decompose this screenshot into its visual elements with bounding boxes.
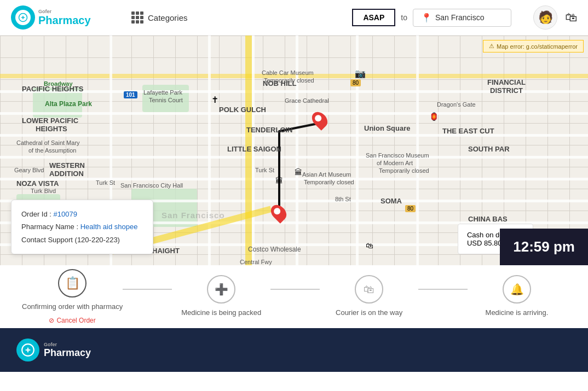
location-text: San Francisco xyxy=(435,13,484,22)
pharmacy-name-value: Health aid shopee xyxy=(80,223,138,231)
map-label-8th: 8th St xyxy=(335,196,351,202)
step-icon-courier: 🛍 xyxy=(355,275,383,304)
map-label-sf: San Francisco xyxy=(162,211,225,220)
contact-support: Contact Support (120-220-223) xyxy=(21,236,120,244)
map-label-south-par: SOUTH PAR xyxy=(468,145,510,153)
map-label-101: 101 xyxy=(124,90,137,98)
status-bar: 📋 Confirming order with pharmacy ⊘ Cance… xyxy=(0,265,588,328)
map-error-banner: ⚠ Map error: g.co/staticmaperror xyxy=(483,40,584,52)
building-icon: 🏛 xyxy=(275,176,283,185)
map-label-turk-st2: Turk St xyxy=(255,167,274,173)
map-label-east-cut: THE EAST CUT xyxy=(442,127,494,135)
map-label-lafayette: Lafayette Park xyxy=(143,89,182,96)
order-id-value: #10079 xyxy=(54,210,77,218)
map-label-asian-art-closed: Temporarily closed xyxy=(304,179,354,185)
map-label-little-saigon: LITTLE SAIGON xyxy=(227,145,281,153)
map-label-nza-vista: NOZA VISTA xyxy=(16,179,59,188)
map-label-haight: HAIGHT xyxy=(152,247,180,255)
avatar[interactable]: 🧑 xyxy=(533,5,557,30)
map-label-city-hall: San Francisco City Hall xyxy=(120,182,183,189)
logo: Gofer Pharmacy xyxy=(11,5,99,30)
step-sublabel-cancel[interactable]: ⊘ Cancel Order xyxy=(49,317,95,324)
step-label-courier: Courier is on the way xyxy=(336,308,402,318)
map-label-modern-art: of Modern Art xyxy=(377,160,413,166)
step-label-arriving: Medicine is arriving. xyxy=(486,308,549,318)
map-label-addition: ADDITION xyxy=(49,170,84,178)
map-label-costco: Costco Wholesale xyxy=(248,246,301,253)
order-id-label: Order Id : xyxy=(21,210,51,218)
map-label-dragons-gate: Dragon's Gate xyxy=(437,101,476,108)
highway-badge-80b: 80 xyxy=(405,205,416,212)
categories-button[interactable]: Categories xyxy=(131,11,188,24)
highway-badge-80: 80 xyxy=(350,79,361,86)
footer-logo-icon xyxy=(16,339,39,361)
bag-icon: 🛍 xyxy=(366,241,373,250)
museum-icon: 🏛 xyxy=(295,168,302,177)
chinese-gate-icon: 🏮 xyxy=(429,112,439,121)
map-label-cable-car-closed: Temporarily closed xyxy=(264,77,314,84)
map-label-union-square: Union Square xyxy=(364,124,411,132)
footer-logo-text: Pharmacy xyxy=(44,347,91,359)
grid-icon xyxy=(131,11,143,24)
step-confirming: 📋 Confirming order with pharmacy ⊘ Cance… xyxy=(22,269,123,324)
time-panel: 12:59 pm xyxy=(500,229,588,265)
location-selector[interactable]: 📍 San Francisco xyxy=(413,9,511,27)
map-label-cathedral: Cathedral of Saint Mary xyxy=(16,139,80,146)
map-label-grace-cathedral: Grace Cathedral xyxy=(285,97,329,104)
map-label-assumption: of the Assumption xyxy=(28,147,76,154)
location-pin-icon: 📍 xyxy=(421,13,432,23)
map-label-polk: POLK GULCH xyxy=(219,106,266,114)
step-icon-packing: ➕ xyxy=(207,275,235,304)
church-icon: ✝ xyxy=(211,95,218,105)
map-label-tennis: Tennis Court xyxy=(149,97,183,103)
to-label: to xyxy=(401,13,407,22)
map-label-china-bas: CHINA BAS xyxy=(468,215,508,223)
cart-icon[interactable]: 🛍 xyxy=(565,10,577,25)
header-center: ASAP to 📍 San Francisco xyxy=(352,9,511,27)
map-label-turk-blvd: Turk Blvd xyxy=(31,188,56,194)
map-label-financial: FINANCIAL xyxy=(487,78,526,86)
map-label-tenderloin: TENDERLOIN xyxy=(246,126,293,134)
map-background: NOB HILL POLK GULCH 101 TENDERLOIN LITTL… xyxy=(0,36,588,265)
camera-icon: 📷 xyxy=(355,68,366,79)
step-line-3 xyxy=(418,289,468,290)
info-panel: Order Id : #10079 Pharmacy Name : Health… xyxy=(11,200,153,254)
map-label-asian-art: Asian Art Museum xyxy=(302,171,351,178)
map-label-lower-pacific: LOWER PACIFIC xyxy=(22,116,78,125)
map-container: NOB HILL POLK GULCH 101 TENDERLOIN LITTL… xyxy=(0,36,588,265)
asap-button[interactable]: ASAP xyxy=(352,9,395,26)
destination-marker xyxy=(312,111,327,131)
step-courier: 🛍 Courier is on the way xyxy=(320,275,418,318)
map-label-geary: Geary Blvd xyxy=(14,167,44,173)
header-right: 🧑 🛍 xyxy=(533,5,577,30)
current-time: 12:59 pm xyxy=(513,238,575,255)
header: Gofer Pharmacy Categories ASAP to 📍 San … xyxy=(0,0,588,36)
map-label-sfmoma: San Francisco Museum xyxy=(366,152,429,159)
step-label-packing: Medicine is being packed xyxy=(181,308,261,318)
step-line-1 xyxy=(123,289,172,290)
map-error-text: Map error: g.co/staticmaperror xyxy=(497,43,578,50)
categories-label: Categories xyxy=(148,13,188,22)
step-packing: ➕ Medicine is being packed xyxy=(172,275,270,318)
map-label-alta-plaza: Alta Plaza Park xyxy=(45,100,92,108)
footer-logo: Gofer Pharmacy xyxy=(16,339,91,361)
map-label-heights: HEIGHTS xyxy=(36,125,67,133)
logo-text: Pharmacy xyxy=(38,14,91,27)
step-line-2 xyxy=(270,289,320,290)
map-label-cable-car: Cable Car Museum xyxy=(262,69,314,76)
step-icon-arriving: 🔔 xyxy=(503,275,531,304)
step-icon-confirming: 📋 xyxy=(58,269,87,297)
map-label-central-fwy: Central Fwy xyxy=(240,259,272,265)
origin-marker xyxy=(271,204,286,224)
map-label-broadway: Broadway xyxy=(44,80,73,87)
logo-icon xyxy=(11,5,35,30)
step-label-confirming: Confirming order with pharmacy xyxy=(22,302,123,312)
footer-logo-sub: Gofer xyxy=(44,342,91,347)
map-label-soma: SOMA xyxy=(381,197,402,205)
map-label-western: WESTERN xyxy=(49,161,85,170)
warning-icon: ⚠ xyxy=(489,43,494,50)
logo-sub: Gofer xyxy=(38,9,91,14)
map-label-turk-st: Turk St xyxy=(96,179,115,186)
map-label-district: DISTRICT xyxy=(490,86,523,95)
footer: Gofer Pharmacy xyxy=(0,328,588,372)
